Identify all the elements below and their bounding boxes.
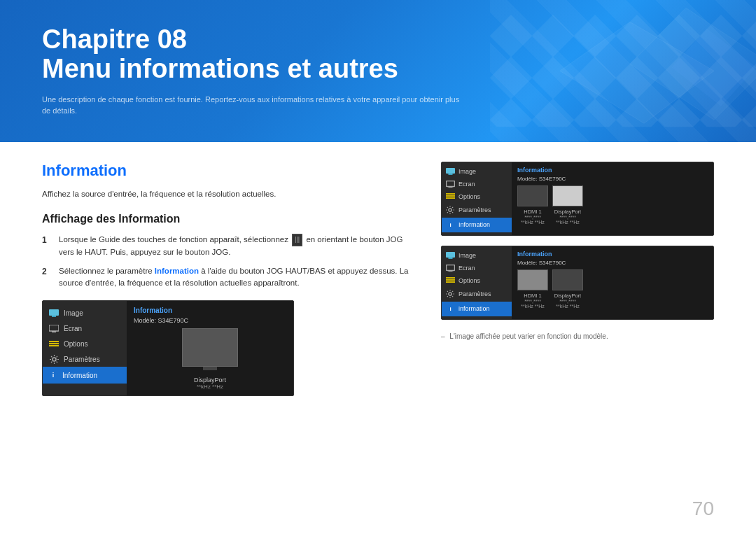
svg-rect-8 xyxy=(52,331,56,332)
menu-item-information-active: i Information xyxy=(43,367,127,384)
monitors-row-top: HDMI 1 ****,**** **kHz **Hz DisplayPort … xyxy=(517,185,708,225)
ecran-icon-top xyxy=(446,181,455,188)
footnote-text: L'image affichée peut varier en fonction… xyxy=(449,332,608,340)
osd-screenshot-small: Image Ecran Options xyxy=(42,300,294,396)
menu-top-image-label: Image xyxy=(458,168,476,175)
gear-icon-bottom xyxy=(446,290,455,299)
monitor-2-freq1-top: ****,**** xyxy=(559,215,576,220)
monitor-1-freq2-top: **kHz **Hz xyxy=(521,220,544,225)
osd-content-small: Information Modèle: S34E790C DisplayPort… xyxy=(127,301,293,395)
menu-options-label: Options xyxy=(64,340,88,348)
menu-image-label: Image xyxy=(64,309,83,317)
monitor-2-label-bottom: DisplayPort xyxy=(554,293,581,299)
step-1-text: Lorsque le Guide des touches de fonction… xyxy=(59,234,413,258)
info-icon-top: i xyxy=(446,220,455,230)
step-2: 2 Sélectionnez le paramètre Information … xyxy=(42,265,413,290)
osd-source-label: DisplayPort xyxy=(194,377,226,384)
menu-bot-image: Image xyxy=(442,249,512,262)
ecran-icon xyxy=(48,324,59,332)
svg-rect-17 xyxy=(446,193,455,195)
svg-rect-6 xyxy=(52,316,56,317)
osd-widget-top: Image Ecran Options xyxy=(441,162,714,236)
osd-menu-small: Image Ecran Options xyxy=(43,301,127,395)
menu-bot-options: Options xyxy=(442,274,512,287)
svg-point-20 xyxy=(449,208,451,211)
svg-rect-16 xyxy=(449,186,453,188)
osd-bottom-model: Modèle: S34E790C xyxy=(517,260,708,266)
menu-bot-ecran-label: Ecran xyxy=(458,265,475,272)
osd-widget-small: Image Ecran Options xyxy=(42,300,294,396)
intro-text: Affichez la source d'entrée, la fréquenc… xyxy=(42,188,413,200)
monitors-row-bottom: HDMI 1 ****,**** **kHz **Hz DisplayPort … xyxy=(517,269,708,309)
svg-rect-21 xyxy=(446,252,455,258)
monitor-2-top: DisplayPort ****,**** **kHz **Hz xyxy=(552,185,583,225)
svg-rect-18 xyxy=(446,195,455,197)
monitor-thumb-2-top xyxy=(552,185,583,206)
monitor-1-label-bottom: HDMI 1 xyxy=(524,293,541,299)
information-highlight: Information xyxy=(155,267,199,275)
osd-content-top: Information Modèle: S34E790C HDMI 1 ****… xyxy=(512,162,713,235)
menu-information-label: Information xyxy=(62,372,97,379)
monitor-thumb-2-bottom xyxy=(552,269,583,290)
footnote: – L'image affichée peut varier en foncti… xyxy=(441,332,714,340)
monitor-2-freq2-top: **kHz **Hz xyxy=(556,220,579,225)
image-icon-bottom xyxy=(446,252,455,259)
osd-freq: **kHz **Hz xyxy=(197,384,223,390)
monitor-1-bottom: HDMI 1 ****,**** **kHz **Hz xyxy=(517,269,548,309)
monitor-1-freq2-bottom: **kHz **Hz xyxy=(521,304,544,309)
menu-top-parametres: Paramètres xyxy=(442,203,512,218)
monitor-2-freq2-bottom: **kHz **Hz xyxy=(556,304,579,309)
header-banner: Chapitre 08 Menu informations et autres … xyxy=(0,0,756,142)
section-title: Information xyxy=(42,162,413,180)
options-icon-top xyxy=(446,193,455,199)
menu-bot-params-label: Paramètres xyxy=(458,290,491,297)
svg-point-12 xyxy=(52,358,56,361)
monitor-1-top: HDMI 1 ****,**** **kHz **Hz xyxy=(517,185,548,225)
gear-icon-top xyxy=(446,206,455,215)
footnote-dash: – xyxy=(441,332,445,340)
menu-top-ecran-label: Ecran xyxy=(458,181,475,188)
menu-bot-ecran: Ecran xyxy=(442,262,512,274)
ecran-icon-bottom xyxy=(446,265,455,272)
menu-top-info-label: Information xyxy=(458,221,490,228)
svg-rect-25 xyxy=(446,277,455,279)
image-icon xyxy=(48,309,59,317)
monitor-2-label-top: DisplayPort xyxy=(554,209,581,215)
menu-top-options-label: Options xyxy=(458,193,480,200)
menu-item-ecran: Ecran xyxy=(43,321,127,336)
menu-bot-info-label: information xyxy=(458,305,490,312)
osd-content-bottom: Information Modèle: S34E790C HDMI 1 ****… xyxy=(512,246,713,319)
svg-rect-9 xyxy=(49,341,59,342)
osd-monitor-display: DisplayPort **kHz **Hz xyxy=(134,328,286,390)
menu-parametres-label: Paramètres xyxy=(64,356,100,363)
menu-top-information-active: i Information xyxy=(442,218,512,232)
step-2-text: Sélectionnez le paramètre Information à … xyxy=(59,265,413,290)
svg-rect-5 xyxy=(49,309,59,316)
osd-model-small: Modèle: S34E790C xyxy=(134,317,286,324)
menu-item-image: Image xyxy=(43,305,127,321)
svg-rect-15 xyxy=(447,181,455,186)
monitor-1-freq1-top: ****,**** xyxy=(524,215,541,220)
left-column: Information Affichez la source d'entrée,… xyxy=(42,162,413,397)
step-num-1: 1 xyxy=(42,234,52,258)
menu-bot-information-active: i information xyxy=(442,302,512,316)
monitor-thumb-1-bottom xyxy=(517,269,548,290)
menu-top-image: Image xyxy=(442,165,512,178)
info-icon-bottom: i xyxy=(446,304,455,314)
step-num-2: 2 xyxy=(42,265,52,290)
info-icon-small: i xyxy=(48,370,58,380)
osd-menu-top: Image Ecran Options xyxy=(442,162,512,235)
menu-item-parametres: Paramètres xyxy=(43,351,127,367)
menu-top-ecran: Ecran xyxy=(442,178,512,190)
svg-rect-23 xyxy=(447,265,455,270)
osd-bottom-title: Information xyxy=(517,251,708,258)
main-content: Information Affichez la source d'entrée,… xyxy=(0,142,756,418)
menu-ecran-label: Ecran xyxy=(64,325,82,332)
osd-top-title: Information xyxy=(517,167,708,174)
gear-icon xyxy=(48,355,59,363)
menu-item-options: Options xyxy=(43,336,127,351)
monitor-1-freq1-bottom: ****,**** xyxy=(524,299,541,304)
menu-bot-options-label: Options xyxy=(458,277,480,284)
svg-rect-10 xyxy=(49,343,59,344)
osd-top-model: Modèle: S34E790C xyxy=(517,176,708,182)
